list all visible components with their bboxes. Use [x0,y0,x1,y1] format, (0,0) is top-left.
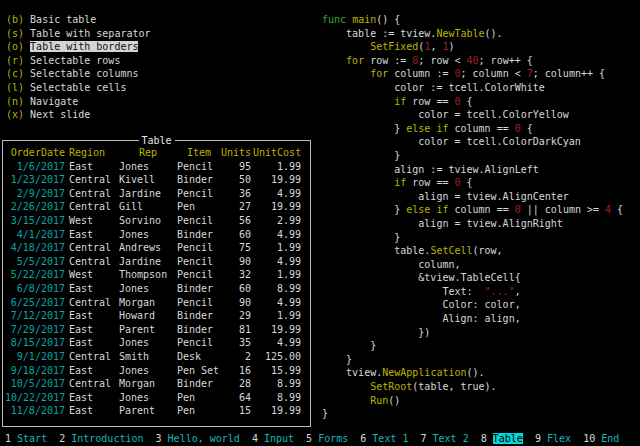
code-line: for row := 0; row < 40; row++ { [322,54,623,68]
status-slide-item[interactable]: 1 Start [5,433,47,444]
table-cell: East [69,282,119,296]
status-slide-label[interactable]: Table [493,433,523,444]
menu-item-label[interactable]: Selectable cells [30,82,126,93]
menu-item-label[interactable]: Table with borders [30,41,138,52]
table-cell: 10/5/2017 [5,377,65,391]
code-line: } else if column == 0 { [322,122,623,136]
table-cell: 1/6/2017 [5,160,65,174]
status-slide-item[interactable]: 6 Text 1 [360,433,408,444]
menu-item[interactable]: (o) Table with borders [6,40,151,54]
table-cell: 8.99 [253,391,301,405]
slide-menu: (b) Basic table(s) Table with separator(… [6,13,151,122]
menu-item[interactable]: (x) Next slide [6,108,151,122]
table-row: 7/29/2017EastParentBinder8119.99 [5,323,309,337]
table-cell: Pencil [177,160,221,174]
code-line: SetFixed(1, 1) [322,40,623,54]
status-slide-item[interactable]: 5 Forms [306,433,348,444]
menu-item-label[interactable]: Selectable rows [30,55,120,66]
table-row: 11/8/2017EastParentPen1519.99 [5,404,309,418]
table-cell: Pencil [177,296,221,310]
status-slide-item[interactable]: 3 Hello, world [156,433,240,444]
status-slide-label[interactable]: End [601,433,619,444]
table-cell: 4.99 [253,228,301,242]
table-row: 10/22/2017EastJonesPen648.99 [5,391,309,405]
code-line: } else if column == 0 || column >= 4 { [322,203,623,217]
table-row: 7/12/2017EastHowardBinder291.99 [5,309,309,323]
status-slide-label[interactable]: Introduction [71,433,143,444]
table-cell: Central [69,173,119,187]
table-cell: 4/1/2017 [5,228,65,242]
table-cell: East [69,228,119,242]
menu-item[interactable]: (b) Basic table [6,13,151,27]
table-cell: Jones [119,282,177,296]
menu-item[interactable]: (n) Navigate [6,95,151,109]
table-cell: Jones [119,160,177,174]
menu-item-label[interactable]: Selectable columns [30,68,138,79]
table-cell: 6/25/2017 [5,296,65,310]
table-header-row: OrderDateRegionRepItemUnitsUnitCost [5,146,309,160]
status-slide-label[interactable]: Start [17,433,47,444]
menu-shortcut-key: (s) [6,28,30,39]
code-line: align = tview.AlignCenter [322,190,623,204]
code-line: Color: color, [322,298,623,312]
table-header-cell: Units [221,146,251,160]
status-slide-item[interactable]: 10 End [583,433,619,444]
table-cell: 35 [221,336,251,350]
menu-item[interactable]: (s) Table with separator [6,27,151,41]
status-slide-number: 7 [421,433,433,444]
table-cell: Jones [119,391,177,405]
table-row: 9/1/2017CentralSmithDesk2125.00 [5,350,309,364]
status-slide-label[interactable]: Input [264,433,294,444]
code-line: if row == 0 { [322,176,623,190]
table-cell: Pencil [177,336,221,350]
status-slide-item[interactable]: 7 Text 2 [421,433,469,444]
menu-item[interactable]: (l) Selectable cells [6,81,151,95]
code-line: color := tcell.ColorWhite [322,81,623,95]
status-slide-item[interactable]: 2 Introduction [59,433,143,444]
menu-item[interactable]: (c) Selectable columns [6,67,151,81]
status-slide-label[interactable]: Forms [318,433,348,444]
table-cell: 5/22/2017 [5,268,65,282]
status-slide-item[interactable]: 4 Input [252,433,294,444]
table-cell: Central [69,350,119,364]
table-cell: West [69,268,119,282]
table-cell: Jones [119,364,177,378]
table-row: 4/1/2017EastJonesBinder604.99 [5,228,309,242]
table-cell: 9/18/2017 [5,364,65,378]
menu-item-label[interactable]: Table with separator [30,28,150,39]
table-header-cell: UnitCost [253,146,301,160]
table-cell: 1.99 [253,160,301,174]
table-cell: Desk [177,350,221,364]
code-line: align = tview.AlignRight [322,217,623,231]
status-slide-item[interactable]: 8 Table [481,433,523,444]
status-slide-number: 4 [252,433,264,444]
menu-item-label[interactable]: Navigate [30,96,78,107]
table-header-cell: Item [177,146,221,160]
table-cell: 28 [221,377,251,391]
table-cell: 60 [221,228,251,242]
code-line: Run() [322,394,623,408]
table-cell: 8.99 [253,377,301,391]
table-row: 10/5/2017CentralMorganBinder288.99 [5,377,309,391]
table-cell: 32 [221,268,251,282]
table-cell: Binder [177,228,221,242]
table-cell: 7/12/2017 [5,309,65,323]
status-slide-label[interactable]: Text 2 [433,433,469,444]
table-cell: Sorvino [119,214,177,228]
table-row: 5/22/2017WestThompsonPencil321.99 [5,268,309,282]
table-cell: 4.99 [253,296,301,310]
menu-item-label[interactable]: Next slide [30,109,90,120]
table-cell: 1.99 [253,241,301,255]
status-slide-label[interactable]: Text 1 [372,433,408,444]
status-slide-label[interactable]: Flex [547,433,571,444]
menu-item[interactable]: (r) Selectable rows [6,54,151,68]
table-cell: East [69,404,119,418]
table-cell: 90 [221,296,251,310]
table-cell: Pen [177,404,221,418]
menu-shortcut-key: (b) [6,14,30,25]
status-slide-label[interactable]: Hello, world [168,433,240,444]
menu-item-label[interactable]: Basic table [30,14,96,25]
status-slide-item[interactable]: 9 Flex [535,433,571,444]
table-cell: Morgan [119,296,177,310]
table-cell: 125.00 [253,350,301,364]
